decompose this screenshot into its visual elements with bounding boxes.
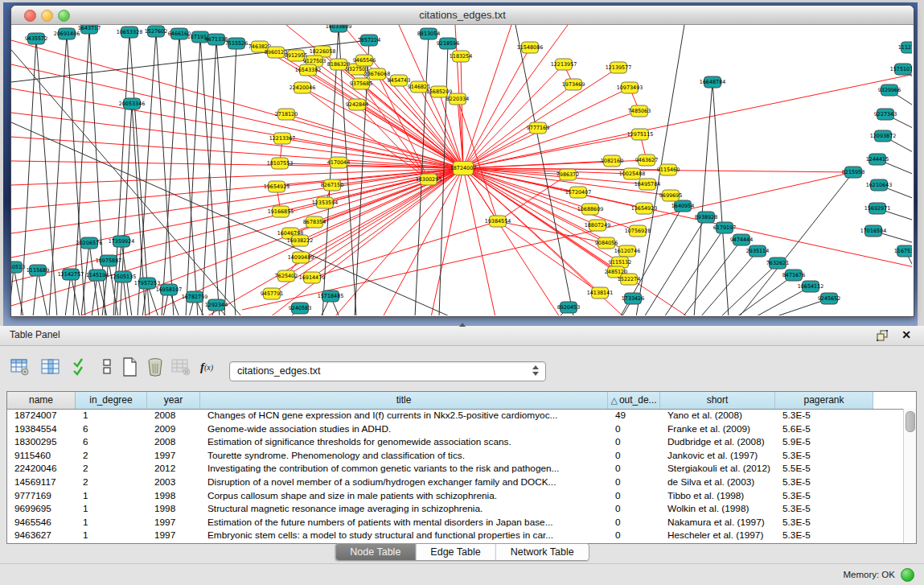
graph-node[interactable]: 15692971	[864, 203, 891, 214]
table-row[interactable]: 2242004622012Investigating the contribut…	[7, 462, 904, 476]
column-header-out-de-[interactable]: △out_de...	[608, 392, 660, 409]
new-table-icon[interactable]	[119, 356, 140, 377]
graph-node[interactable]: 2718120	[275, 109, 298, 120]
graph-node[interactable]: 1183254	[450, 51, 472, 62]
graph-node[interactable]: 8267150	[321, 179, 343, 191]
graph-node[interactable]: 17359924	[109, 236, 135, 247]
graph-node[interactable]: 9084056	[595, 237, 618, 249]
graph-node[interactable]: 9242844	[346, 99, 368, 110]
graph-node[interactable]: 22420046	[290, 82, 316, 93]
graph-node[interactable]: 1973469	[562, 79, 585, 90]
graph-node[interactable]: 8938928	[695, 212, 717, 223]
column-header-year[interactable]: year	[147, 392, 200, 409]
graph-node[interactable]: 9245652	[818, 293, 840, 304]
graph-node[interactable]: 12353594	[312, 197, 339, 208]
tab-network-table[interactable]: Network Table	[496, 544, 589, 560]
graph-node[interactable]: 12975115	[627, 129, 654, 140]
graph-node[interactable]: 10756928	[625, 225, 651, 237]
graph-node[interactable]: 8678354	[303, 216, 326, 228]
graph-node[interactable]: 18724007	[450, 162, 477, 175]
graph-node[interactable]: 9240583	[289, 303, 311, 314]
graph-node[interactable]: 20053346	[119, 98, 146, 109]
graph-node[interactable]: 18807249	[585, 220, 611, 231]
column-header-pagerank[interactable]: pagerank	[775, 392, 873, 409]
memory-status-icon[interactable]	[901, 568, 914, 582]
graph-node[interactable]: 15751074	[890, 64, 912, 75]
graph-node[interactable]: 9699695	[659, 190, 682, 201]
graph-node[interactable]: 8813054	[417, 28, 440, 39]
graph-node[interactable]: 16648784	[700, 76, 726, 88]
graph-node[interactable]: 2935114	[746, 245, 769, 257]
float-window-icon[interactable]	[877, 330, 889, 341]
graph-node[interactable]: 9435572	[25, 33, 47, 44]
graph-node[interactable]: 1643717	[78, 25, 101, 34]
column-header-name[interactable]: name	[7, 392, 76, 409]
graph-node[interactable]: 9218596	[437, 38, 459, 49]
graph-node[interactable]: 7632621	[766, 257, 789, 269]
graph-node[interactable]: 9777169	[527, 122, 549, 134]
graph-node[interactable]: 18495784	[634, 179, 661, 190]
graph-node[interactable]: 9227343	[874, 109, 897, 120]
table-row[interactable]: 911546021997Tourette syndrome. Phenomeno…	[7, 449, 904, 463]
graph-node[interactable]: 10975887	[96, 255, 122, 266]
column-settings-icon[interactable]	[40, 356, 61, 377]
close-panel-icon[interactable]: ✕	[901, 328, 911, 342]
graph-node[interactable]: 12505135	[110, 271, 137, 282]
graph-node[interactable]: 23676068	[364, 68, 391, 80]
graph-node[interactable]: 9375685	[350, 78, 372, 89]
window-titlebar[interactable]: citations_edges.txt	[11, 6, 914, 25]
tab-edge-table[interactable]: Edge Table	[416, 544, 495, 560]
graph-node[interactable]: 1733426	[622, 293, 644, 304]
graph-node[interactable]: 7857224	[358, 35, 380, 46]
graph-node[interactable]: 20206576	[76, 237, 103, 249]
graph-node[interactable]: 19384554	[485, 216, 511, 227]
graph-node[interactable]: 1115689	[27, 265, 49, 276]
function-builder-icon[interactable]: f(x)	[196, 356, 217, 377]
graph-node[interactable]: 12213957	[551, 59, 577, 70]
graph-node[interactable]: 17016504	[860, 225, 887, 237]
graph-node[interactable]: 8220334	[446, 93, 469, 105]
graph-node[interactable]: 15718485	[318, 290, 344, 302]
graph-node[interactable]: 1640954	[671, 200, 694, 212]
graph-node[interactable]: 8215958	[842, 167, 864, 178]
table-row[interactable]: 946362711997Embryonic stem cells: a mode…	[7, 529, 904, 542]
table-row[interactable]: 1938455462009Genome-wide association stu…	[7, 422, 904, 436]
graph-node[interactable]: 9465546	[353, 55, 376, 66]
table-row[interactable]: 1830029562008Estimation of significance …	[7, 435, 904, 449]
graph-node[interactable]: 16782759	[182, 291, 208, 303]
graph-node[interactable]: 10025488	[619, 168, 646, 179]
graph-node[interactable]: 8471676	[782, 270, 805, 281]
graph-node[interactable]: 1244415	[866, 154, 889, 165]
delete-table-icon[interactable]	[145, 356, 166, 377]
graph-node[interactable]: 9329966	[878, 84, 901, 96]
graph-node[interactable]: 9457791	[261, 288, 283, 299]
graph-node[interactable]: 19166855	[268, 206, 294, 217]
table-selector-dropdown[interactable]: citations_edges.txt	[229, 361, 546, 381]
tab-node-table[interactable]: Node Table	[335, 544, 416, 560]
form-view-icon[interactable]	[97, 356, 117, 377]
graph-node[interactable]: 14138141	[587, 287, 614, 299]
graph-node[interactable]: 9463627	[635, 154, 658, 166]
graph-node[interactable]: 16120746	[614, 245, 641, 257]
row-selection-icon[interactable]	[71, 356, 92, 377]
table-row[interactable]: 946554611997Estimation of the future num…	[7, 516, 904, 529]
graph-node[interactable]: 10973493	[617, 82, 643, 93]
graph-node[interactable]: 12093872	[870, 130, 897, 142]
graph-node[interactable]: 6179197	[713, 222, 736, 233]
table-settings-icon[interactable]	[10, 356, 31, 377]
table-row[interactable]: 1456911722003Disruption of a novel membe…	[7, 476, 904, 489]
graph-node[interactable]: 10654112	[798, 281, 824, 292]
scrollbar-thumb[interactable]	[906, 411, 915, 432]
graph-node[interactable]: 15720407	[565, 187, 592, 198]
graph-node[interactable]: 1112734	[898, 42, 912, 53]
graph-node[interactable]: 1082160	[601, 155, 623, 167]
graph-node[interactable]: 20691406	[54, 28, 80, 39]
graph-node[interactable]: 1522274	[618, 274, 640, 285]
graph-node[interactable]: 1292344	[205, 299, 228, 311]
graph-node[interactable]: 16958107	[156, 284, 183, 295]
network-canvas-container[interactable]: 9435572206914061643717106533281527602646…	[11, 25, 912, 315]
graph-node[interactable]: 16914479	[299, 272, 326, 283]
graph-node[interactable]: 7485063	[628, 105, 651, 117]
graph-node[interactable]: 19654925	[264, 181, 290, 192]
table-row[interactable]: 969969511998Structural magnetic resonanc…	[7, 502, 904, 516]
